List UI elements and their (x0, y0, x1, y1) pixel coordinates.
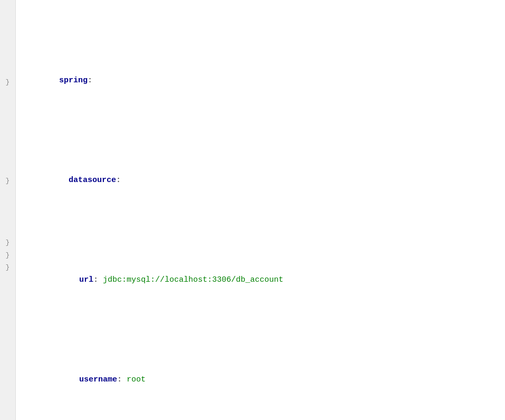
gutter: } } } } } (0, 0, 16, 420)
gutter-line (6, 39, 10, 51)
gutter-line: } (6, 175, 10, 187)
gutter-line (6, 64, 10, 76)
gutter-line (6, 199, 10, 212)
gutter-line (6, 298, 10, 310)
value-username: root (127, 375, 146, 384)
code-content: spring: datasource: url: jdbc:mysql://lo… (16, 0, 505, 420)
code-line-1: spring: (20, 59, 505, 102)
gutter-line (6, 14, 10, 26)
key-username: username (79, 375, 117, 384)
code-line-2: datasource: (20, 159, 505, 202)
code-area: } } } } } (0, 0, 505, 420)
gutter-line: } (6, 236, 10, 249)
gutter-line (6, 323, 10, 335)
gutter-line (6, 224, 10, 236)
gutter-line (6, 27, 10, 39)
gutter-line: } (6, 76, 10, 88)
gutter-line (6, 274, 10, 286)
code-line-4: username: root (20, 358, 505, 401)
key-datasource: datasource (69, 176, 116, 185)
gutter-line (6, 212, 10, 224)
gutter-line (6, 2, 10, 14)
gutter-line (6, 52, 10, 64)
key-url: url (79, 275, 93, 284)
gutter-line (6, 101, 10, 113)
gutter-line (6, 150, 10, 163)
code-line-3: url: jdbc:mysql://localhost:3306/db_acco… (20, 259, 505, 301)
gutter-line (6, 163, 10, 175)
gutter-line (6, 311, 10, 323)
key-spring: spring (59, 76, 88, 85)
gutter-line (6, 113, 10, 126)
gutter-line: } (6, 261, 10, 273)
gutter-line (6, 89, 10, 101)
gutter-line (6, 126, 10, 138)
value-url: jdbc:mysql://localhost:3306/db_account (103, 275, 283, 284)
gutter-line: } (6, 249, 10, 261)
gutter-line (6, 138, 10, 150)
editor-container: } } } } } (0, 0, 505, 420)
gutter-line (6, 187, 10, 199)
gutter-line (6, 286, 10, 298)
